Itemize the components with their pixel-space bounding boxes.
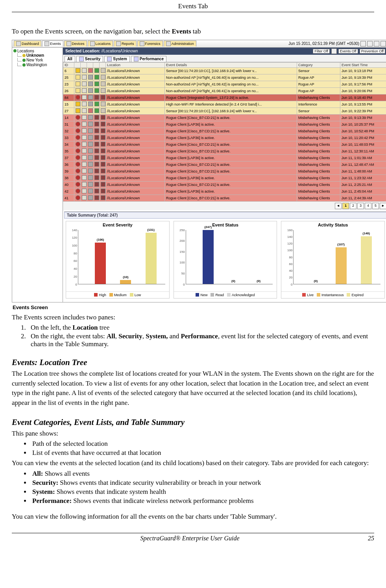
filter-toggle[interactable]: Filter Off bbox=[313, 49, 329, 54]
subtab-all[interactable]: All bbox=[65, 56, 75, 62]
col-header[interactable]: Event Details bbox=[165, 62, 297, 67]
table-row[interactable]: 33//Locations/UnknownRogue Client [LAP36… bbox=[63, 134, 386, 141]
nav-icon-4[interactable] bbox=[380, 41, 386, 46]
table-row[interactable]: 35//Locations/UnknownRogue Client [Cisco… bbox=[63, 148, 386, 154]
nav-icon-2[interactable] bbox=[367, 41, 373, 46]
heading-event-categories: Event Categories, Event Lists, and Table… bbox=[12, 417, 374, 427]
tree-node-unknown[interactable]: Unknown bbox=[13, 53, 61, 58]
tree-node-new-york[interactable]: New York bbox=[13, 58, 61, 63]
row-dk-icon bbox=[94, 95, 99, 100]
row-dk-icon bbox=[101, 95, 105, 100]
table-row[interactable]: 6//Locations/UnknownSensor [00:11:74:20:… bbox=[63, 67, 386, 74]
intro-paragraph: To open the Events screen, on the naviga… bbox=[12, 26, 374, 37]
row-red-icon bbox=[76, 155, 80, 160]
nav-tab-devices[interactable]: Devices bbox=[64, 41, 87, 46]
col-header[interactable]: Event Start Time bbox=[340, 62, 386, 67]
pager-btn[interactable]: 5 bbox=[372, 203, 379, 209]
subtab-performance[interactable]: Performance bbox=[131, 56, 166, 62]
table-row[interactable]: 37//Locations/UnknownRogue Client [LAP36… bbox=[63, 154, 386, 161]
table-row[interactable]: 31//Locations/UnknownRogue Client [LAP36… bbox=[63, 121, 386, 128]
row-sq-icon bbox=[76, 82, 80, 86]
nav-tab-events[interactable]: Events bbox=[42, 41, 63, 46]
col-header[interactable] bbox=[93, 62, 100, 67]
nav-tab-reports[interactable]: Reports bbox=[114, 41, 137, 46]
pager-btn[interactable]: 4 bbox=[365, 203, 371, 209]
bullet-list-events: List of events that have occurred at tha… bbox=[31, 449, 374, 457]
nav-tab-forensics[interactable]: Forensics bbox=[137, 41, 163, 46]
location-tree[interactable]: LocationsUnknownNew YorkWashington bbox=[12, 48, 63, 302]
status-dot-icon bbox=[22, 63, 26, 67]
row-red-icon bbox=[76, 189, 80, 193]
col-header[interactable] bbox=[74, 62, 81, 67]
row-mail-icon bbox=[82, 102, 87, 106]
page-header: Events Tab bbox=[12, 0, 374, 12]
intro-post: tab bbox=[191, 28, 201, 35]
row-red-icon bbox=[76, 115, 80, 120]
table-row[interactable]: 36//Locations/UnknownRogue Client [Cisco… bbox=[63, 161, 386, 168]
prevention-off-toggle[interactable]: Prevention Off bbox=[360, 49, 385, 54]
nav-tab-locations[interactable]: Locations bbox=[88, 41, 113, 46]
table-row[interactable]: 38//Locations/UnknownRogue Client [LAP36… bbox=[63, 174, 386, 181]
table-pager[interactable]: ◄12345► bbox=[63, 202, 386, 210]
pager-btn[interactable]: ► bbox=[380, 203, 386, 209]
table-row[interactable]: 23//Locations/UnknownNon-authorized AP [… bbox=[63, 81, 386, 87]
col-header[interactable] bbox=[81, 62, 87, 67]
pager-btn[interactable]: 2 bbox=[350, 203, 356, 209]
security-icon bbox=[79, 57, 84, 61]
table-row[interactable]: 40//Locations/UnknownRogue Client [Cisco… bbox=[63, 181, 386, 188]
table-row[interactable]: 14//Locations/UnknownRogue Client [Cisco… bbox=[63, 114, 386, 121]
table-row[interactable]: 41//Locations/UnknownRogue Client [Cisco… bbox=[63, 195, 386, 201]
nav-tab-dashboard[interactable]: Dashboard bbox=[14, 41, 41, 46]
tree-node-locations[interactable]: Locations bbox=[13, 49, 61, 53]
nav-icon-3[interactable] bbox=[374, 41, 379, 46]
col-header[interactable] bbox=[100, 62, 106, 67]
pager-btn[interactable]: 3 bbox=[357, 203, 364, 209]
row-dk-icon bbox=[94, 122, 99, 126]
row-grey-icon bbox=[88, 169, 93, 173]
pager-btn[interactable]: ◄ bbox=[335, 203, 342, 209]
subtab-security[interactable]: Security bbox=[76, 56, 103, 62]
status-dot-icon bbox=[22, 59, 26, 62]
row-grey-icon bbox=[88, 95, 93, 100]
nav-tab-administration[interactable]: Administration bbox=[164, 41, 196, 46]
table-row[interactable]: 15//Locations/UnknownHigh non-WiFi RF In… bbox=[63, 101, 386, 108]
row-dk-icon bbox=[94, 175, 99, 180]
row-ok-icon bbox=[94, 102, 99, 106]
row-grey-icon bbox=[88, 82, 93, 86]
row-lock-icon bbox=[101, 68, 105, 73]
events-right-pane: Selected Location: //Locations/Unknown F… bbox=[63, 48, 386, 302]
events-off-toggle[interactable]: Events Off bbox=[338, 49, 358, 54]
col-header[interactable]: Category bbox=[297, 62, 340, 67]
row-ok-icon bbox=[94, 68, 99, 73]
row-mail-icon bbox=[82, 128, 87, 133]
filter-icon[interactable] bbox=[331, 48, 337, 54]
row-mail-icon bbox=[82, 108, 87, 113]
col-header[interactable] bbox=[87, 62, 93, 67]
reports-icon bbox=[116, 41, 121, 46]
row-ok-icon bbox=[94, 108, 99, 113]
row-grey-icon bbox=[88, 102, 93, 106]
footer-title: SpectraGuard® Enterprise User Guide bbox=[140, 535, 240, 542]
row-grey-icon bbox=[88, 122, 93, 126]
table-row[interactable]: 32//Locations/UnknownRogue Client [Cisco… bbox=[63, 128, 386, 134]
nav-icon-1[interactable] bbox=[360, 41, 366, 46]
table-row[interactable]: 25//Locations/UnknownNon-authorized AP [… bbox=[63, 74, 386, 81]
col-header[interactable]: Location bbox=[106, 62, 165, 67]
system-icon bbox=[107, 57, 112, 61]
table-row[interactable]: 39//Locations/UnknownRogue Client [Cisco… bbox=[63, 168, 386, 174]
row-mail-icon bbox=[82, 135, 87, 140]
tree-node-washington[interactable]: Washington bbox=[13, 63, 61, 67]
table-row[interactable]: 84//Locations/UnknownRogue Client [Integ… bbox=[63, 94, 386, 101]
row-dk-icon bbox=[101, 195, 105, 200]
pager-btn[interactable]: 1 bbox=[342, 203, 349, 209]
locations-icon bbox=[90, 41, 95, 46]
row-red-icon bbox=[76, 142, 80, 147]
col-header[interactable]: ID bbox=[63, 62, 74, 67]
table-row[interactable]: 27//Locations/UnknownSensor [00:11:74:20… bbox=[63, 108, 386, 114]
events-table[interactable]: IDLocationEvent DetailsCategoryEvent Sta… bbox=[63, 62, 386, 202]
table-row[interactable]: 34//Locations/UnknownRogue Client [Cisco… bbox=[63, 141, 386, 148]
table-row[interactable]: 26//Locations/UnknownNon-authorized AP [… bbox=[63, 87, 386, 94]
row-dk-icon bbox=[101, 169, 105, 173]
subtab-system[interactable]: System bbox=[104, 56, 130, 62]
table-row[interactable]: 42//Locations/UnknownRogue Client [LAP36… bbox=[63, 188, 386, 195]
